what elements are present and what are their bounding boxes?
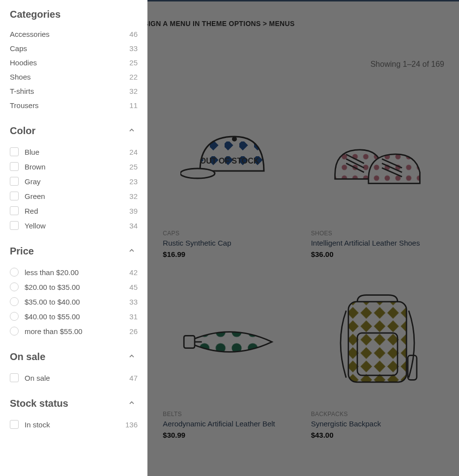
facet-count: 45: [129, 283, 138, 291]
facet-count: 31: [129, 312, 138, 321]
facet-label: Gray: [25, 177, 41, 186]
facet-label: Red: [25, 207, 38, 215]
facet-label: Yellow: [25, 222, 46, 230]
facet-label: Brown: [25, 163, 46, 171]
facet-row[interactable]: Hoodies25: [10, 56, 138, 70]
categories-heading: Categories: [10, 9, 138, 20]
facet-count: 39: [129, 207, 138, 215]
facet-label: Shoes: [10, 73, 31, 81]
facet-row[interactable]: Green32: [10, 189, 138, 203]
checkbox-input[interactable]: [10, 192, 19, 200]
facet-row[interactable]: Trousers11: [10, 98, 138, 112]
checkbox-input[interactable]: [10, 420, 19, 429]
radio-input[interactable]: [10, 297, 19, 306]
facet-label: more than $55.00: [25, 327, 83, 336]
facet-label: $20.00 to $35.00: [25, 283, 80, 291]
facet-count: 32: [129, 87, 138, 95]
facet-row[interactable]: $20.00 to $35.0045: [10, 280, 138, 294]
chevron-up-icon: [128, 126, 136, 134]
price-heading: Price: [10, 246, 34, 257]
facet-label: Green: [25, 192, 45, 200]
facet-label: Blue: [25, 148, 39, 156]
facet-count: 33: [129, 44, 138, 53]
chevron-up-icon: [128, 247, 136, 254]
facet-label: $35.00 to $40.00: [25, 298, 80, 306]
radio-input[interactable]: [10, 268, 19, 277]
facet-label: Trousers: [10, 101, 39, 110]
facet-row[interactable]: more than $55.0026: [10, 324, 138, 338]
facet-count: 25: [129, 163, 138, 171]
radio-input[interactable]: [10, 312, 19, 321]
onsale-list: On sale47: [10, 370, 138, 385]
facet-label: $40.00 to $55.00: [25, 312, 80, 321]
facet-label: In stock: [25, 420, 50, 429]
facet-row[interactable]: On sale47: [10, 370, 138, 385]
price-collapse-button[interactable]: [126, 245, 138, 258]
facet-label: Hoodies: [10, 58, 37, 67]
facet-label: less than $20.00: [25, 268, 79, 277]
chevron-up-icon: [128, 399, 136, 407]
facet-count: 33: [129, 298, 138, 306]
facet-row[interactable]: $35.00 to $40.0033: [10, 294, 138, 309]
checkbox-input[interactable]: [10, 206, 19, 215]
stock-list: In stock136: [10, 417, 138, 432]
stock-collapse-button[interactable]: [126, 397, 138, 410]
color-list: Blue24Brown25Gray23Green32Red39Yellow34: [10, 144, 138, 233]
checkbox-input[interactable]: [10, 162, 19, 171]
onsale-heading: On sale: [10, 351, 45, 363]
facet-count: 46: [129, 30, 138, 38]
facet-row[interactable]: Accessories46: [10, 27, 138, 41]
facet-row[interactable]: Blue24: [10, 144, 138, 159]
facet-row[interactable]: $40.00 to $55.0031: [10, 309, 138, 324]
facet-row[interactable]: Caps33: [10, 41, 138, 56]
chevron-up-icon: [128, 352, 136, 360]
facet-row[interactable]: Gray23: [10, 174, 138, 189]
facet-count: 34: [129, 222, 138, 230]
color-collapse-button[interactable]: [126, 124, 138, 138]
checkbox-input[interactable]: [10, 373, 19, 382]
facet-count: 136: [125, 420, 138, 429]
facet-count: 47: [129, 374, 138, 382]
facet-label: On sale: [25, 374, 50, 382]
checkbox-input[interactable]: [10, 177, 19, 186]
checkbox-input[interactable]: [10, 147, 19, 156]
facet-row[interactable]: T-shirts32: [10, 84, 138, 98]
facet-row[interactable]: Yellow34: [10, 218, 138, 233]
facet-row[interactable]: In stock136: [10, 417, 138, 432]
facet-count: 22: [129, 73, 138, 81]
filter-sidebar: Categories Accessories46Caps33Hoodies25S…: [0, 0, 147, 476]
facet-row[interactable]: Red39: [10, 203, 138, 218]
facet-count: 26: [129, 327, 138, 336]
facet-label: Caps: [10, 44, 27, 53]
facet-row[interactable]: Brown25: [10, 159, 138, 174]
onsale-collapse-button[interactable]: [126, 350, 138, 364]
color-heading: Color: [10, 125, 35, 137]
facet-row[interactable]: less than $20.0042: [10, 265, 138, 280]
facet-row[interactable]: Shoes22: [10, 70, 138, 84]
facet-count: 23: [129, 177, 138, 186]
facet-count: 42: [129, 268, 138, 277]
facet-count: 32: [129, 192, 138, 200]
checkbox-input[interactable]: [10, 221, 19, 230]
price-list: less than $20.0042$20.00 to $35.0045$35.…: [10, 265, 138, 338]
stock-heading: Stock status: [10, 398, 68, 409]
facet-label: Accessories: [10, 30, 50, 38]
facet-count: 24: [129, 148, 138, 156]
facet-count: 11: [129, 101, 138, 110]
radio-input[interactable]: [10, 327, 19, 336]
facet-count: 25: [129, 58, 138, 67]
facet-label: T-shirts: [10, 87, 34, 95]
categories-list: Accessories46Caps33Hoodies25Shoes22T-shi…: [10, 27, 138, 112]
radio-input[interactable]: [10, 282, 19, 291]
